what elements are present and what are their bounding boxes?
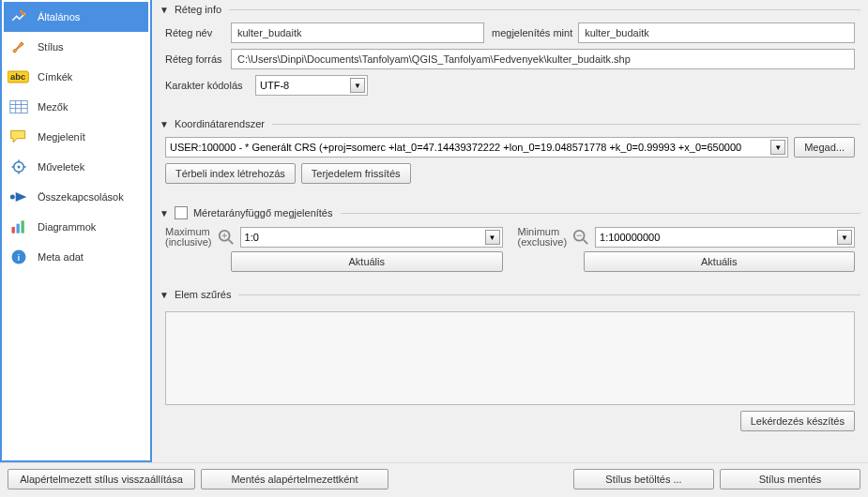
scale-checkbox[interactable] — [175, 206, 188, 219]
svg-line-24 — [584, 240, 588, 245]
sidebar-item-display[interactable]: Megjelenít — [4, 122, 148, 152]
footer: Alapértelmezett stílus visszaállítása Me… — [0, 462, 868, 495]
crs-select[interactable]: USER:100000 - * Generált CRS (+proj=some… — [165, 137, 788, 158]
sidebar-item-label: Mezők — [38, 101, 68, 113]
svg-rect-15 — [17, 224, 20, 233]
group-title: Elem szűrés — [175, 289, 232, 300]
collapse-icon[interactable]: ▼ — [160, 5, 169, 15]
sidebar-item-actions[interactable]: Műveletek — [4, 152, 148, 182]
sidebar-item-label: Műveletek — [38, 161, 84, 173]
info-icon: i — [8, 248, 30, 266]
sidebar-item-label: Megjelenít — [38, 131, 85, 143]
collapse-icon[interactable]: ▼ — [160, 208, 169, 218]
sidebar-item-labels[interactable]: abc Címkék — [4, 62, 148, 92]
layer-name-label: Réteg név — [165, 27, 231, 38]
collapse-icon[interactable]: ▼ — [160, 119, 169, 129]
min-scale-label: Minimum(exclusive) — [518, 227, 568, 248]
chart-icon — [8, 218, 30, 236]
group-title: Koordinátarendszer — [175, 118, 265, 129]
chevron-down-icon: ▼ — [837, 230, 852, 245]
min-scale-combo[interactable]: 1:100000000 ▼ — [595, 227, 855, 248]
gear-icon — [8, 158, 30, 176]
main-panel: ▼ Réteg info Réteg név megjelenítés mint… — [152, 0, 868, 462]
svg-point-8 — [18, 166, 21, 169]
save-as-default-button[interactable]: Mentés alapértelmezettként — [201, 469, 388, 489]
chevron-down-icon: ▼ — [485, 230, 500, 245]
join-icon — [8, 188, 30, 206]
tools-icon — [8, 8, 30, 26]
svg-rect-16 — [22, 220, 24, 233]
svg-text:i: i — [18, 254, 20, 263]
group-crs: ▼ Koordinátarendszer USER:100000 - * Gen… — [160, 114, 860, 193]
sidebar-item-label: Diagrammok — [38, 221, 96, 233]
svg-point-13 — [10, 195, 15, 200]
max-current-button[interactable]: Aktuális — [231, 251, 503, 272]
min-current-button[interactable]: Aktuális — [584, 251, 856, 272]
encoding-select[interactable]: UTF-8 ▼ — [255, 75, 368, 96]
restore-default-style-button[interactable]: Alapértelmezett stílus visszaállítása — [8, 469, 195, 489]
max-scale-label: Maximum(inclusive) — [165, 227, 212, 248]
svg-rect-14 — [12, 227, 15, 233]
display-as-label: megjelenítés mint — [492, 27, 578, 38]
sidebar-item-label: Meta adat — [38, 251, 84, 263]
crs-specify-button[interactable]: Megad... — [794, 137, 855, 158]
table-icon — [8, 98, 30, 116]
sidebar-item-label: Stílus — [38, 41, 64, 53]
chevron-down-icon: ▼ — [350, 78, 365, 93]
spatial-index-button[interactable]: Térbeli index létrehozás — [165, 163, 296, 184]
collapse-icon[interactable]: ▼ — [160, 290, 169, 300]
display-as-input[interactable] — [578, 23, 855, 43]
group-scale: ▼ Méretarányfüggő megjelenítés Maximum(i… — [160, 203, 860, 276]
group-layer-info: ▼ Réteg info Réteg név megjelenítés mint… — [160, 0, 860, 105]
sidebar-item-diagrams[interactable]: Diagrammok — [4, 212, 148, 242]
sidebar-item-label: Címkék — [38, 71, 72, 83]
sidebar-item-metadata[interactable]: i Meta adat — [4, 242, 148, 272]
load-style-button[interactable]: Stílus betöltés ... — [573, 469, 714, 489]
chevron-down-icon: ▼ — [770, 140, 785, 155]
encoding-label: Karakter kódolás — [165, 80, 255, 91]
sidebar-item-general[interactable]: Általános — [4, 2, 148, 32]
update-extent-button[interactable]: Terjedelem frissítés — [301, 163, 411, 184]
layer-source-input[interactable] — [231, 49, 855, 69]
zoom-in-icon — [218, 229, 235, 246]
sidebar: Általános Stílus abc Címkék Mezők Megjel… — [0, 0, 152, 462]
max-scale-combo[interactable]: 1:0 ▼ — [240, 227, 503, 248]
svg-line-20 — [228, 240, 233, 245]
sidebar-item-label: Összekapcsolások — [38, 191, 124, 203]
layer-source-label: Réteg forrás — [165, 53, 231, 65]
group-title: Méretarányfüggő megjelenítés — [193, 207, 333, 218]
brush-icon — [8, 38, 30, 56]
group-title: Réteg info — [175, 4, 221, 15]
zoom-out-icon — [572, 229, 589, 246]
sidebar-item-style[interactable]: Stílus — [4, 32, 148, 62]
sidebar-item-label: Általános — [38, 11, 80, 23]
abc-icon: abc — [8, 68, 30, 86]
layer-name-input[interactable] — [231, 23, 484, 43]
sidebar-item-fields[interactable]: Mezők — [4, 92, 148, 122]
filter-textarea[interactable] — [165, 311, 855, 405]
speech-icon — [8, 128, 30, 146]
query-builder-button[interactable]: Lekérdezés készítés — [740, 411, 855, 431]
save-style-button[interactable]: Stílus mentés — [720, 469, 860, 489]
svg-rect-2 — [10, 100, 27, 113]
group-filter: ▼ Elem szűrés Lekérdezés készítés — [160, 285, 860, 435]
sidebar-item-joins[interactable]: Összekapcsolások — [4, 182, 148, 212]
svg-text:abc: abc — [10, 71, 25, 82]
